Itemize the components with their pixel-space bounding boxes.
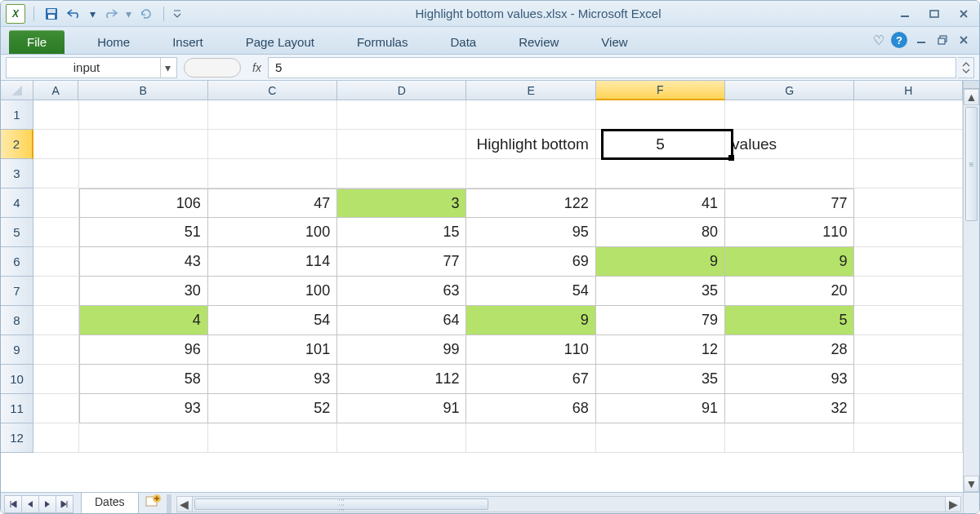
row-header-12[interactable]: 12 [1,423,33,453]
cell-D10[interactable]: 112 [337,365,466,394]
tab-first-button[interactable] [4,495,22,513]
cell-B3[interactable] [79,159,208,188]
tab-next-button[interactable] [38,495,56,513]
cell-H5[interactable] [854,218,963,247]
name-box-dropdown[interactable]: ▾ [160,58,175,78]
cell-E8[interactable]: 9 [466,306,595,335]
cell-C6[interactable]: 114 [208,247,337,277]
cell-H10[interactable] [854,365,963,394]
cell-B8[interactable]: 4 [79,306,208,335]
row-header-2[interactable]: 2 [1,130,33,159]
cell-E9[interactable]: 110 [466,335,595,365]
cell-G12[interactable] [725,423,854,453]
cell-A6[interactable] [33,247,79,277]
cell-B5[interactable]: 51 [79,218,208,247]
doc-close-button[interactable] [956,32,971,48]
cell-B11[interactable]: 93 [79,394,208,423]
cell-B9[interactable]: 96 [79,335,208,365]
cell-D12[interactable] [337,423,466,453]
cell-C12[interactable] [208,423,337,453]
save-button[interactable] [42,5,60,23]
column-header-A[interactable]: A [33,81,78,100]
undo-dropdown[interactable]: ▾ [88,5,96,23]
cell-E11[interactable]: 68 [466,394,595,423]
cell-A1[interactable] [33,100,79,130]
cell-F6[interactable]: 9 [596,247,725,277]
cell-C4[interactable]: 47 [208,188,337,218]
cell-A9[interactable] [33,335,79,365]
row-header-11[interactable]: 11 [1,394,33,423]
cell-C11[interactable]: 52 [208,394,337,423]
name-box[interactable]: input ▾ [6,57,177,78]
cell-H12[interactable] [854,423,963,453]
cell-C9[interactable]: 101 [208,335,337,365]
cell-G6[interactable]: 9 [725,247,854,277]
vscroll-thumb[interactable] [965,107,978,221]
cell-F5[interactable]: 80 [596,218,725,247]
file-tab[interactable]: File [9,30,65,54]
formula-bar-expand[interactable] [958,57,974,78]
row-header-6[interactable]: 6 [1,247,33,277]
scroll-right-button[interactable]: ▶ [945,496,961,512]
fx-button-area[interactable] [184,58,241,78]
cell-D11[interactable]: 91 [337,394,466,423]
cell-F11[interactable]: 91 [596,394,725,423]
cell-C3[interactable] [208,159,337,188]
scroll-down-button[interactable]: ▼ [964,476,979,492]
cell-F8[interactable]: 79 [596,306,725,335]
cell-D5[interactable]: 15 [337,218,466,247]
cell-F2[interactable]: 5 [596,130,725,159]
cell-E12[interactable] [466,423,595,453]
column-header-D[interactable]: D [337,81,466,100]
close-button[interactable] [953,6,974,22]
tab-last-button[interactable] [56,495,74,513]
cell-E5[interactable]: 95 [466,218,595,247]
cell-A4[interactable] [33,188,79,218]
cells-grid[interactable]: Highlight bottom5values10647312241775110… [33,100,963,492]
cell-A7[interactable] [33,277,79,306]
hscroll-thumb[interactable] [194,498,488,510]
column-header-H[interactable]: H [854,81,963,100]
cell-G10[interactable]: 93 [725,365,854,394]
cell-E7[interactable]: 54 [466,277,595,306]
cell-H6[interactable] [854,247,963,277]
cell-G1[interactable] [725,100,854,130]
cell-G2[interactable]: values [725,130,854,159]
row-header-9[interactable]: 9 [1,335,33,365]
cell-F10[interactable]: 35 [596,365,725,394]
cell-A12[interactable] [33,423,79,453]
cell-B6[interactable]: 43 [79,247,208,277]
ribbon-tab-view[interactable]: View [585,30,644,54]
vscroll-track[interactable] [964,105,979,476]
excel-icon[interactable]: X [6,4,25,24]
cell-E3[interactable] [466,159,595,188]
row-header-3[interactable]: 3 [1,159,33,188]
row-header-7[interactable]: 7 [1,277,33,306]
cell-C10[interactable]: 93 [208,365,337,394]
doc-minimize-button[interactable] [914,32,929,48]
cell-H4[interactable] [854,188,963,218]
cell-F3[interactable] [596,159,725,188]
cell-C5[interactable]: 100 [208,218,337,247]
ribbon-tab-page-layout[interactable]: Page Layout [229,30,331,54]
cell-E1[interactable] [466,100,595,130]
ribbon-collapse-icon[interactable]: ♡ [873,33,884,48]
column-header-E[interactable]: E [466,81,595,100]
column-header-B[interactable]: B [78,81,207,100]
cell-A10[interactable] [33,365,79,394]
cell-A5[interactable] [33,218,79,247]
cell-F12[interactable] [596,423,725,453]
scroll-left-button[interactable]: ◀ [176,496,193,512]
cell-D1[interactable] [337,100,466,130]
ribbon-tab-formulas[interactable]: Formulas [341,30,425,54]
cell-D4[interactable]: 3 [337,188,466,218]
redo-button[interactable] [101,5,119,23]
cell-G7[interactable]: 20 [725,277,854,306]
ribbon-tab-review[interactable]: Review [502,30,575,54]
cell-B7[interactable]: 30 [79,277,208,306]
qat-customize-dropdown[interactable] [172,5,182,23]
cell-C2[interactable] [208,130,337,159]
column-header-G[interactable]: G [725,81,854,100]
row-header-8[interactable]: 8 [1,306,33,335]
cell-F4[interactable]: 41 [596,188,725,218]
